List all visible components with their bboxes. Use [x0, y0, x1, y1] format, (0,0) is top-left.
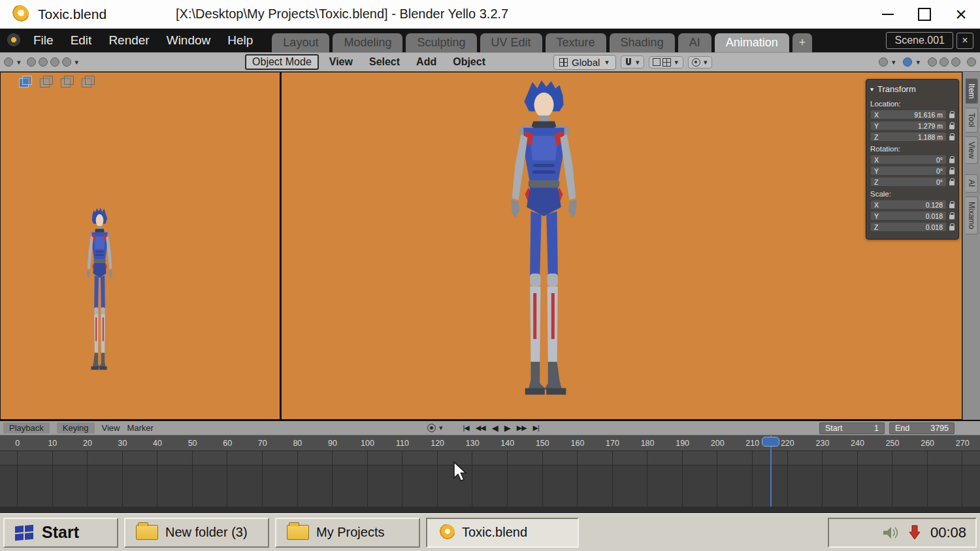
- tab-layout[interactable]: Layout: [272, 33, 329, 52]
- sidebar-tab-tool[interactable]: Tool: [966, 108, 978, 133]
- character-model-side-view[interactable]: [80, 207, 119, 371]
- snap-target-group[interactable]: ▾: [649, 56, 683, 69]
- timeline-ruler[interactable]: 0 10 20 30 40 50 60 70 80 90 100 110 120…: [0, 435, 980, 451]
- overlay-toggle-icon[interactable]: [61, 76, 74, 87]
- prev-keyframe-button[interactable]: ◀◀: [473, 424, 488, 432]
- viewport-menu-select[interactable]: Select: [363, 56, 406, 68]
- rotation-y-field[interactable]: Y 0°: [870, 166, 947, 176]
- tab-animation[interactable]: Animation: [715, 33, 789, 52]
- scale-x-field[interactable]: X 0.128: [870, 200, 947, 210]
- maximize-button[interactable]: [916, 6, 933, 23]
- taskbar-item-new-folder[interactable]: New folder (3): [124, 518, 269, 548]
- mode-icon-group[interactable]: ▾: [27, 57, 80, 67]
- viewport-right[interactable]: ▾ Transform Location: X 91.616 m Y 1.279…: [281, 72, 962, 420]
- jump-to-start-button[interactable]: |◀: [460, 424, 471, 432]
- location-x-field[interactable]: X 91.616 m: [870, 110, 947, 119]
- play-button[interactable]: ▶: [502, 423, 513, 433]
- transform-orientation-dropdown[interactable]: Global ▾: [553, 55, 616, 70]
- viewport-left[interactable]: [0, 72, 281, 420]
- tab-shading[interactable]: Shading: [610, 33, 675, 52]
- taskbar-item-toxic-blend[interactable]: Toxic.blend: [426, 518, 579, 548]
- tab-modeling[interactable]: Modeling: [333, 33, 402, 52]
- transform-panel-header[interactable]: ▾ Transform: [870, 83, 955, 97]
- playback-menu[interactable]: Playback: [3, 422, 50, 433]
- jump-to-end-button[interactable]: ▶|: [531, 424, 542, 432]
- blender-app-menu-icon[interactable]: [7, 33, 21, 48]
- tab-ai[interactable]: AI: [678, 33, 711, 52]
- lock-icon[interactable]: [949, 159, 955, 163]
- scene-name-field[interactable]: Scene.001: [886, 32, 953, 49]
- rotation-z-field[interactable]: Z 0°: [870, 177, 947, 187]
- lock-icon[interactable]: [949, 215, 955, 219]
- tab-sculpting[interactable]: Sculpting: [406, 33, 476, 52]
- wireframe-shading-icon[interactable]: [928, 57, 937, 67]
- rotation-x-field[interactable]: X 0°: [870, 155, 947, 165]
- overlay-toggle-icon[interactable]: [40, 76, 53, 87]
- mode-option-icon: [39, 57, 48, 67]
- playhead-handle[interactable]: [762, 437, 779, 447]
- start-button[interactable]: Start: [3, 518, 118, 548]
- object-mode-dropdown[interactable]: Object Mode: [245, 54, 319, 70]
- proportional-editing-group[interactable]: ▾: [688, 56, 713, 69]
- chevron-down-icon[interactable]: ▾: [438, 424, 444, 432]
- sidebar-tab-ai[interactable]: AI: [966, 174, 978, 192]
- minimize-button[interactable]: [879, 6, 896, 23]
- overlay-toggle-icon[interactable]: [82, 76, 95, 87]
- lock-icon[interactable]: [949, 204, 955, 208]
- timeline-base-strip: [0, 507, 980, 513]
- editor-type-selector[interactable]: ▾: [4, 57, 22, 67]
- menu-edit[interactable]: Edit: [62, 33, 101, 48]
- overlays-group[interactable]: ▾: [903, 57, 921, 67]
- scale-label: Scale:: [870, 190, 955, 198]
- viewport-area: ▾ Transform Location: X 91.616 m Y 1.279…: [0, 72, 980, 420]
- viewport-menu-view[interactable]: View: [323, 56, 359, 68]
- tab-uv-edit[interactable]: UV Edit: [480, 33, 542, 52]
- keying-menu[interactable]: Keying: [57, 422, 95, 433]
- next-keyframe-button[interactable]: ▶▶: [514, 424, 529, 432]
- menu-file[interactable]: File: [25, 33, 62, 48]
- sidebar-tab-item[interactable]: Item: [966, 78, 978, 104]
- location-z-field[interactable]: Z 1.188 m: [870, 132, 947, 142]
- scene-unlink-button[interactable]: ×: [956, 33, 973, 49]
- shading-mode-group: [928, 57, 960, 67]
- taskbar-item-my-projects[interactable]: My Projects: [275, 518, 420, 548]
- lock-icon[interactable]: [949, 114, 955, 118]
- timeline-marker-menu[interactable]: Marker: [127, 423, 153, 433]
- scale-z-field[interactable]: Z 0.018: [870, 222, 947, 232]
- location-y-field[interactable]: Y 1.279 m: [870, 121, 947, 131]
- add-workspace-button[interactable]: +: [792, 33, 813, 52]
- menu-help[interactable]: Help: [219, 33, 261, 48]
- play-reverse-button[interactable]: ◀: [489, 423, 500, 433]
- lock-icon[interactable]: [949, 181, 955, 185]
- solid-shading-icon[interactable]: [939, 57, 949, 67]
- auto-key-record-button[interactable]: [427, 424, 436, 432]
- download-arrow-icon[interactable]: [909, 525, 921, 541]
- lock-icon[interactable]: [949, 125, 955, 129]
- close-button[interactable]: ×: [953, 6, 970, 23]
- timeline-view-menu[interactable]: View: [102, 423, 120, 433]
- lock-icon[interactable]: [949, 136, 955, 140]
- viewport-menu-add[interactable]: Add: [410, 56, 442, 68]
- snap-group[interactable]: ▾: [621, 55, 645, 69]
- rendered-shading-icon[interactable]: [967, 57, 976, 67]
- sidebar-tab-mixamo[interactable]: Mixamo: [966, 197, 978, 234]
- menu-window[interactable]: Window: [158, 33, 220, 48]
- snap-grid-icon: [662, 58, 671, 67]
- timeline-tracks[interactable]: [0, 451, 980, 507]
- overlay-toggle-icon[interactable]: [19, 76, 32, 87]
- gizmos-icon: [879, 57, 888, 67]
- sidebar-tab-view[interactable]: View: [966, 136, 978, 164]
- end-frame-field[interactable]: End 3795: [889, 422, 955, 434]
- lock-icon[interactable]: [949, 170, 955, 174]
- character-model-front-view[interactable]: [494, 78, 594, 399]
- show-gizmo-group[interactable]: ▾: [879, 57, 897, 67]
- timeline-tick: 190: [676, 439, 689, 448]
- volume-icon[interactable]: [882, 526, 899, 540]
- lock-icon[interactable]: [949, 226, 955, 230]
- start-frame-field[interactable]: Start 1: [819, 422, 885, 434]
- viewport-menu-object[interactable]: Object: [447, 56, 491, 68]
- material-preview-icon[interactable]: [951, 57, 960, 67]
- menu-render[interactable]: Render: [100, 33, 157, 48]
- tab-texture[interactable]: Texture: [546, 33, 606, 52]
- scale-y-field[interactable]: Y 0.018: [870, 211, 947, 221]
